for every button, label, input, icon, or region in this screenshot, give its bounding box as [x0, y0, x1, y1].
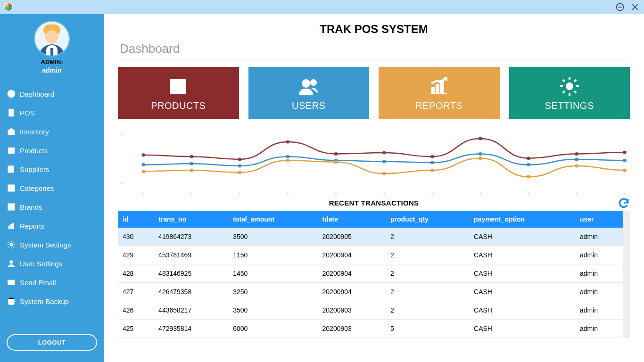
table-header-payment_option[interactable]: payment_option [469, 211, 575, 228]
chart-y-tick: - [121, 156, 123, 161]
sidebar-item-send-email[interactable]: Send Email [0, 273, 104, 292]
table-row[interactable]: 4284831469251450202009042CASHadmin [118, 264, 623, 283]
logout-button[interactable]: LOGOUT [7, 334, 97, 351]
dashboard-chart: --- ----------- [118, 126, 630, 197]
sidebar-item-dashboard[interactable]: Dashboard [0, 84, 104, 103]
card-label: PRODUCTS [151, 100, 206, 111]
cell-trans_no: 419864273 [154, 228, 228, 246]
chart-point [527, 175, 530, 179]
cell-tdate: 20200904 [318, 246, 386, 264]
sidebar-item-reports[interactable]: Reports [0, 216, 104, 235]
table-row[interactable]: 4254729358146000202009035CASHadmin [118, 320, 623, 338]
cell-id: 427 [118, 283, 154, 301]
sidebar-item-pos[interactable]: POS [0, 103, 104, 122]
card-label: SETTINGS [545, 100, 594, 111]
chart-point [334, 160, 338, 164]
cell-product_qty: 2 [386, 264, 469, 283]
table-header-total_amount[interactable]: total_amount [228, 211, 317, 228]
chart-point [141, 163, 145, 166]
table-header-user[interactable]: user [575, 211, 623, 228]
sidebar-item-label: Reports [20, 222, 45, 230]
cell-id: 428 [118, 264, 154, 283]
cell-payment_option: CASH [469, 283, 575, 301]
sidebar-item-suppliers[interactable]: Suppliers [0, 160, 104, 179]
cell-trans_no: 453781469 [154, 246, 228, 264]
chart-point [190, 162, 194, 165]
window-minimize-button[interactable] [615, 2, 625, 12]
main-content: TRAK POS SYSTEM Dashboard PRODUCTSUSERSR… [104, 14, 644, 362]
chart-x-tick: - [142, 190, 144, 196]
chart-point [527, 163, 530, 166]
sidebar-item-products[interactable]: Products [0, 141, 104, 160]
chart-point [623, 150, 627, 154]
table-row[interactable]: 4274264793583250202009042CASHadmin [118, 283, 623, 301]
sidebar-item-label: System Settings [20, 241, 71, 249]
title-bar [0, 0, 644, 14]
table-header-tdate[interactable]: tdate [318, 211, 386, 228]
cell-trans_no: 426479358 [154, 283, 228, 301]
chart-x-tick: - [287, 190, 289, 196]
chart-point [334, 152, 338, 156]
chart-point [575, 164, 578, 167]
cell-total_amount: 3250 [228, 283, 317, 301]
refresh-button[interactable] [618, 197, 630, 211]
recent-transactions-table-wrap[interactable]: idtrans_nototal_amounttdateproduct_qtypa… [118, 211, 630, 338]
cell-trans_no: 472935814 [154, 320, 228, 338]
sidebar-item-label: Products [20, 147, 48, 155]
sidebar-item-categories[interactable]: Categories [0, 179, 104, 197]
svg-point-40 [311, 80, 316, 85]
cell-payment_option: CASH [469, 320, 575, 338]
table-row[interactable]: 4264436582173500202009032CASHadmin [118, 301, 623, 320]
table-row[interactable]: 4294537814691150202009042CASHadmin [118, 246, 623, 264]
chart-point [190, 155, 194, 158]
cell-tdate: 20200904 [318, 264, 386, 283]
table-header-trans_no[interactable]: trans_no [154, 211, 228, 228]
cell-tdate: 20200905 [318, 228, 386, 246]
chart-point [190, 169, 194, 172]
card-products[interactable]: PRODUCTS [118, 67, 239, 119]
box-icon [7, 146, 16, 155]
cell-user: admin [575, 283, 623, 301]
sidebar-item-system-settings[interactable]: System Settings [0, 235, 104, 254]
cell-product_qty: 2 [386, 301, 469, 320]
card-label: REPORTS [415, 100, 462, 111]
chart-point [382, 151, 386, 155]
chart-point [479, 156, 482, 160]
barchart-icon [7, 221, 16, 230]
table-header-product_qty[interactable]: product_qty [386, 211, 469, 228]
cell-user: admin [575, 264, 623, 283]
app-logo-icon [4, 2, 13, 12]
cell-user: admin [575, 246, 623, 264]
sidebar-item-user-settings[interactable]: User Settings [0, 254, 104, 273]
cell-tdate: 20200903 [318, 320, 386, 338]
chart-point [286, 159, 290, 162]
mail-icon [7, 278, 16, 287]
chart-point [382, 160, 386, 163]
barchart-up-icon [428, 75, 450, 98]
card-settings[interactable]: SETTINGS [509, 67, 630, 119]
chart-point [141, 170, 145, 173]
list-icon [7, 183, 16, 193]
card-users[interactable]: USERS [248, 67, 370, 119]
sidebar-item-system-backup[interactable]: System Backup [0, 292, 104, 311]
card-reports[interactable]: REPORTS [379, 67, 500, 119]
chart-x-tick: - [191, 190, 193, 196]
cell-total_amount: 6000 [228, 320, 317, 338]
sidebar: ADMIN: admin DashboardPOSInventoryProduc… [0, 14, 104, 362]
svg-rect-17 [10, 149, 12, 150]
chart-y-tick: - [121, 180, 123, 186]
window-close-button[interactable] [630, 2, 640, 12]
sidebar-item-label: POS [20, 109, 35, 117]
cell-payment_option: CASH [469, 264, 575, 283]
sidebar-item-inventory[interactable]: Inventory [0, 122, 104, 141]
cell-trans_no: 443658217 [154, 301, 228, 320]
sidebar-item-brands[interactable]: Brands [0, 197, 104, 216]
pos-icon [7, 108, 16, 117]
chart-point [430, 161, 434, 164]
box-icon [167, 75, 190, 98]
chart-point [479, 137, 482, 140]
table-header-id[interactable]: id [118, 211, 154, 228]
sidebar-item-label: System Backup [20, 297, 69, 305]
table-row[interactable]: 4304198642733500202009052CASHadmin [118, 228, 623, 246]
cell-tdate: 20200904 [318, 283, 386, 301]
